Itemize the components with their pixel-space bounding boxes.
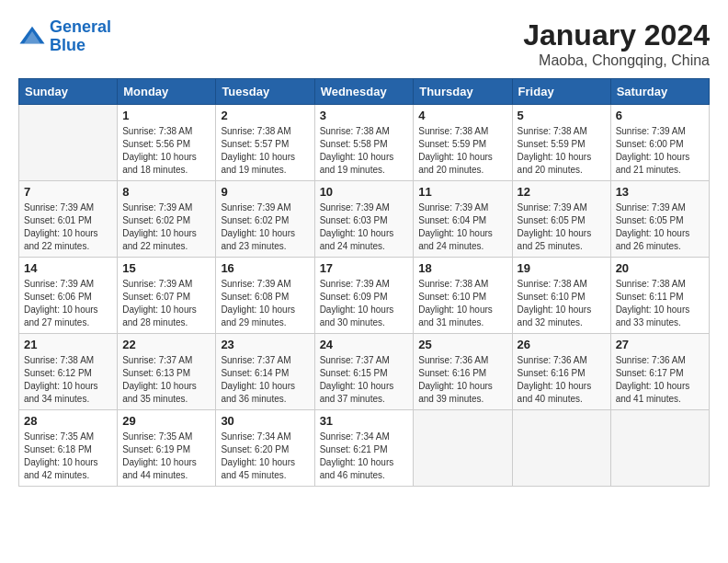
day-number: 5 (518, 109, 606, 122)
calendar-cell: 10Sunrise: 7:39 AMSunset: 6:03 PMDayligh… (314, 181, 414, 258)
calendar-cell: 18Sunrise: 7:38 AMSunset: 6:10 PMDayligh… (414, 258, 512, 334)
day-number: 12 (518, 185, 606, 199)
calendar-cell: 28Sunrise: 7:35 AMSunset: 6:18 PMDayligh… (19, 410, 118, 487)
calendar-body: 1Sunrise: 7:38 AMSunset: 5:56 PMDaylight… (19, 105, 710, 487)
calendar-cell: 23Sunrise: 7:37 AMSunset: 6:14 PMDayligh… (216, 334, 314, 410)
day-number: 14 (24, 261, 112, 275)
day-number: 27 (616, 338, 704, 351)
calendar-week-2: 7Sunrise: 7:39 AMSunset: 6:01 PMDaylight… (19, 181, 710, 258)
calendar-cell (610, 410, 709, 487)
day-number: 19 (518, 261, 606, 275)
day-info: Sunrise: 7:39 AMSunset: 6:01 PMDaylight:… (24, 201, 112, 253)
column-header-wednesday: Wednesday (314, 79, 414, 105)
day-info: Sunrise: 7:38 AMSunset: 6:12 PMDaylight:… (24, 354, 112, 406)
day-info: Sunrise: 7:39 AMSunset: 6:09 PMDaylight:… (320, 278, 409, 329)
calendar-cell: 13Sunrise: 7:39 AMSunset: 6:05 PMDayligh… (610, 181, 709, 258)
day-number: 23 (221, 338, 309, 351)
calendar-cell: 17Sunrise: 7:39 AMSunset: 6:09 PMDayligh… (314, 258, 414, 334)
day-number: 6 (616, 109, 704, 122)
day-info: Sunrise: 7:38 AMSunset: 6:11 PMDaylight:… (616, 278, 704, 329)
day-number: 4 (418, 109, 506, 122)
day-info: Sunrise: 7:38 AMSunset: 6:10 PMDaylight:… (418, 278, 506, 329)
day-info: Sunrise: 7:39 AMSunset: 6:07 PMDaylight:… (122, 278, 210, 329)
day-number: 24 (320, 338, 409, 351)
column-header-monday: Monday (118, 79, 216, 105)
day-number: 26 (518, 338, 606, 351)
day-number: 18 (418, 261, 506, 275)
calendar-cell (512, 410, 610, 487)
day-number: 10 (320, 185, 409, 199)
day-number: 22 (122, 338, 210, 351)
day-number: 30 (221, 414, 309, 428)
column-header-sunday: Sunday (19, 79, 118, 105)
day-info: Sunrise: 7:35 AMSunset: 6:18 PMDaylight:… (24, 431, 112, 482)
day-info: Sunrise: 7:39 AMSunset: 6:03 PMDaylight:… (320, 201, 409, 253)
day-info: Sunrise: 7:39 AMSunset: 6:08 PMDaylight:… (221, 278, 309, 329)
calendar-cell: 25Sunrise: 7:36 AMSunset: 6:16 PMDayligh… (414, 334, 512, 410)
calendar-cell: 27Sunrise: 7:36 AMSunset: 6:17 PMDayligh… (610, 334, 709, 410)
logo-line1: General (50, 17, 111, 36)
day-info: Sunrise: 7:34 AMSunset: 6:21 PMDaylight:… (320, 431, 409, 482)
day-info: Sunrise: 7:39 AMSunset: 6:04 PMDaylight:… (418, 201, 506, 253)
calendar-cell: 16Sunrise: 7:39 AMSunset: 6:08 PMDayligh… (216, 258, 314, 334)
day-info: Sunrise: 7:38 AMSunset: 5:57 PMDaylight:… (221, 125, 309, 177)
day-number: 29 (122, 414, 210, 428)
calendar-cell: 8Sunrise: 7:39 AMSunset: 6:02 PMDaylight… (118, 181, 216, 258)
calendar-cell: 31Sunrise: 7:34 AMSunset: 6:21 PMDayligh… (314, 410, 414, 487)
day-info: Sunrise: 7:37 AMSunset: 6:15 PMDaylight:… (320, 354, 409, 406)
calendar-cell: 14Sunrise: 7:39 AMSunset: 6:06 PMDayligh… (19, 258, 118, 334)
logo-line2: Blue (50, 36, 85, 54)
calendar-week-3: 14Sunrise: 7:39 AMSunset: 6:06 PMDayligh… (19, 258, 710, 334)
calendar-header: SundayMondayTuesdayWednesdayThursdayFrid… (19, 79, 710, 105)
page-header: General Blue January 2024 Maoba, Chongqi… (18, 18, 710, 69)
main-title: January 2024 (523, 18, 710, 52)
day-info: Sunrise: 7:38 AMSunset: 6:10 PMDaylight:… (518, 278, 606, 329)
logo: General Blue (18, 18, 111, 55)
day-number: 28 (24, 414, 112, 428)
day-info: Sunrise: 7:38 AMSunset: 5:58 PMDaylight:… (320, 125, 409, 177)
column-header-thursday: Thursday (414, 79, 512, 105)
calendar-cell: 3Sunrise: 7:38 AMSunset: 5:58 PMDaylight… (314, 105, 414, 181)
column-header-saturday: Saturday (610, 79, 709, 105)
day-info: Sunrise: 7:38 AMSunset: 5:59 PMDaylight:… (518, 125, 606, 177)
subtitle: Maoba, Chongqing, China (523, 52, 710, 69)
day-info: Sunrise: 7:39 AMSunset: 6:02 PMDaylight:… (221, 201, 309, 253)
day-number: 8 (122, 185, 210, 199)
calendar-table: SundayMondayTuesdayWednesdayThursdayFrid… (18, 78, 710, 487)
calendar-week-4: 21Sunrise: 7:38 AMSunset: 6:12 PMDayligh… (19, 334, 710, 410)
day-info: Sunrise: 7:37 AMSunset: 6:13 PMDaylight:… (122, 354, 210, 406)
day-info: Sunrise: 7:35 AMSunset: 6:19 PMDaylight:… (122, 431, 210, 482)
day-info: Sunrise: 7:38 AMSunset: 5:59 PMDaylight:… (418, 125, 506, 177)
header-row: SundayMondayTuesdayWednesdayThursdayFrid… (19, 79, 710, 105)
calendar-week-1: 1Sunrise: 7:38 AMSunset: 5:56 PMDaylight… (19, 105, 710, 181)
calendar-cell (19, 105, 118, 181)
calendar-cell: 4Sunrise: 7:38 AMSunset: 5:59 PMDaylight… (414, 105, 512, 181)
day-number: 7 (24, 185, 112, 199)
calendar-cell: 19Sunrise: 7:38 AMSunset: 6:10 PMDayligh… (512, 258, 610, 334)
calendar-cell: 15Sunrise: 7:39 AMSunset: 6:07 PMDayligh… (118, 258, 216, 334)
calendar-cell: 1Sunrise: 7:38 AMSunset: 5:56 PMDaylight… (118, 105, 216, 181)
day-info: Sunrise: 7:39 AMSunset: 6:05 PMDaylight:… (616, 201, 704, 253)
calendar-cell: 5Sunrise: 7:38 AMSunset: 5:59 PMDaylight… (512, 105, 610, 181)
day-info: Sunrise: 7:39 AMSunset: 6:06 PMDaylight:… (24, 278, 112, 329)
day-info: Sunrise: 7:38 AMSunset: 5:56 PMDaylight:… (122, 125, 210, 177)
day-number: 15 (122, 261, 210, 275)
calendar-cell: 9Sunrise: 7:39 AMSunset: 6:02 PMDaylight… (216, 181, 314, 258)
day-info: Sunrise: 7:36 AMSunset: 6:17 PMDaylight:… (616, 354, 704, 406)
day-number: 17 (320, 261, 409, 275)
calendar-cell (414, 410, 512, 487)
calendar-cell: 30Sunrise: 7:34 AMSunset: 6:20 PMDayligh… (216, 410, 314, 487)
calendar-cell: 6Sunrise: 7:39 AMSunset: 6:00 PMDaylight… (610, 105, 709, 181)
day-number: 9 (221, 185, 309, 199)
calendar-cell: 29Sunrise: 7:35 AMSunset: 6:19 PMDayligh… (118, 410, 216, 487)
calendar-cell: 26Sunrise: 7:36 AMSunset: 6:16 PMDayligh… (512, 334, 610, 410)
day-info: Sunrise: 7:36 AMSunset: 6:16 PMDaylight:… (418, 354, 506, 406)
calendar-cell: 12Sunrise: 7:39 AMSunset: 6:05 PMDayligh… (512, 181, 610, 258)
day-info: Sunrise: 7:36 AMSunset: 6:16 PMDaylight:… (518, 354, 606, 406)
calendar-cell: 2Sunrise: 7:38 AMSunset: 5:57 PMDaylight… (216, 105, 314, 181)
day-number: 2 (221, 109, 309, 122)
column-header-tuesday: Tuesday (216, 79, 314, 105)
calendar-cell: 22Sunrise: 7:37 AMSunset: 6:13 PMDayligh… (118, 334, 216, 410)
day-info: Sunrise: 7:39 AMSunset: 6:00 PMDaylight:… (616, 125, 704, 177)
day-info: Sunrise: 7:34 AMSunset: 6:20 PMDaylight:… (221, 431, 309, 482)
